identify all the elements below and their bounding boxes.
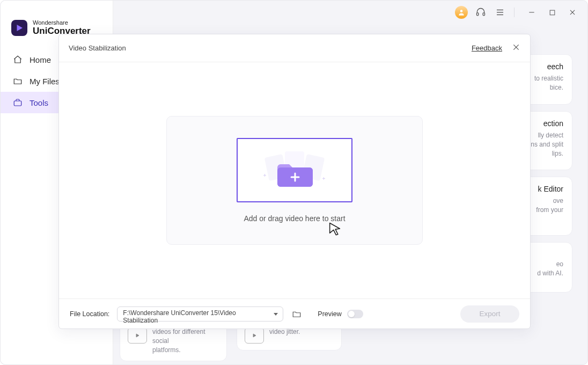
sidebar-item-label: My Files xyxy=(30,77,60,86)
bg-card-line: videos for different social xyxy=(152,327,219,346)
avatar[interactable] xyxy=(455,6,468,19)
add-video-dropzone[interactable] xyxy=(237,138,352,202)
sidebar-item-label: Home xyxy=(30,55,51,64)
modal-title: Video Stabilization xyxy=(69,44,126,52)
dropzone-prompt: Add or drag video here to start xyxy=(244,214,345,223)
file-location-select[interactable]: F:\Wondershare UniConverter 15\Video Sta… xyxy=(117,306,283,322)
divider xyxy=(514,8,514,17)
toolbox-icon xyxy=(12,97,23,108)
play-box-icon xyxy=(245,327,264,344)
logo-mark-icon xyxy=(11,20,27,36)
modal-body: Add or drag video here to start xyxy=(59,62,530,298)
window-titlebar xyxy=(455,1,587,24)
modal-header: Video Stabilization Feedback xyxy=(59,34,530,62)
preview-toggle[interactable] xyxy=(347,310,363,318)
feedback-link[interactable]: Feedback xyxy=(472,44,502,52)
menu-icon[interactable] xyxy=(494,6,506,19)
headset-icon[interactable] xyxy=(474,6,487,19)
svg-rect-1 xyxy=(477,13,479,16)
preview-label: Preview xyxy=(318,310,341,318)
app-window: Wondershare UniConverter Home My Files T… xyxy=(0,0,588,365)
file-location-value: F:\Wondershare UniConverter 15\Video Sta… xyxy=(117,306,283,322)
dropzone-outer: Add or drag video here to start xyxy=(166,116,423,245)
file-location-label: File Location: xyxy=(70,310,109,318)
export-button[interactable]: Export xyxy=(460,305,519,323)
minimize-button[interactable] xyxy=(525,6,538,19)
open-folder-button[interactable] xyxy=(291,308,303,320)
svg-rect-2 xyxy=(483,13,484,16)
play-box-icon xyxy=(128,327,147,344)
modal-footer: File Location: F:\Wondershare UniConvert… xyxy=(59,298,530,328)
svg-rect-7 xyxy=(550,10,555,15)
bg-card-line: platforms. xyxy=(152,346,219,355)
modal-close-button[interactable] xyxy=(512,43,520,54)
svg-rect-10 xyxy=(14,101,21,106)
video-stabilization-modal: Video Stabilization Feedback xyxy=(58,34,531,329)
home-icon xyxy=(12,54,23,65)
sidebar-item-label: Tools xyxy=(30,98,48,107)
svg-marker-12 xyxy=(253,334,256,337)
dropzone-illustration xyxy=(257,146,332,194)
maximize-button[interactable] xyxy=(546,6,558,19)
svg-marker-11 xyxy=(136,334,139,337)
close-button[interactable] xyxy=(566,6,579,19)
svg-point-0 xyxy=(460,10,463,12)
folder-open-icon xyxy=(12,76,23,86)
